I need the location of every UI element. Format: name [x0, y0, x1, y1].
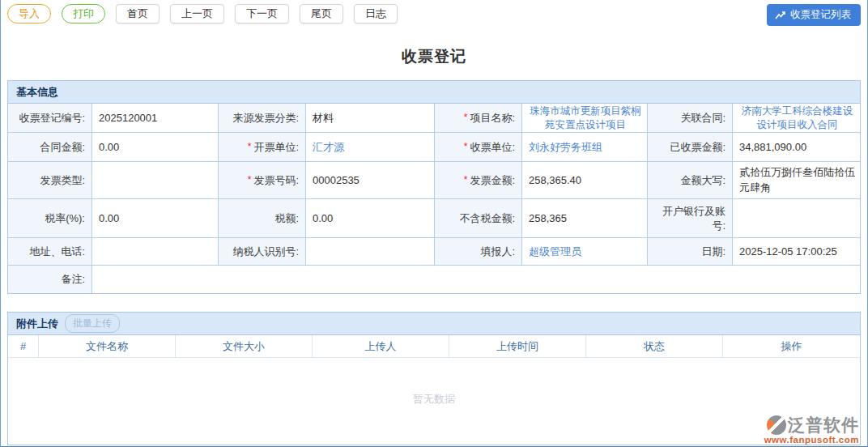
label-text: 税率(%):: [45, 211, 85, 226]
label-text: 不含税金额:: [459, 211, 515, 226]
print-button[interactable]: 打印: [62, 4, 105, 23]
field-label-contract-amount: 合同金额:: [8, 133, 92, 162]
vendor-brand-text: 泛普软件: [788, 416, 859, 434]
field-value-tax-rate[interactable]: 0.00: [92, 199, 219, 238]
import-button[interactable]: 导入: [7, 4, 51, 23]
label-text: 收票登记编号:: [19, 111, 85, 126]
field-value-related-contract[interactable]: 济南大学工科综合楼建设设计项目收入合同: [733, 104, 860, 133]
first-page-button[interactable]: 首页: [116, 4, 160, 23]
invoice-unit-link[interactable]: 汇才源: [313, 140, 344, 155]
field-label-amount-caps: 金额大写:: [648, 162, 733, 199]
attachments-header: 附件上传 批量上传: [8, 313, 860, 335]
vendor-logo-icon: [767, 415, 786, 435]
field-value-address-phone[interactable]: [92, 238, 219, 266]
field-label-receive-unit: *收票单位:: [435, 133, 522, 162]
field-label-filler: 填报人:: [435, 238, 522, 266]
trend-arrow-icon: [775, 11, 786, 20]
field-label-bank-account: 开户银行及账号:: [648, 199, 733, 238]
attachments-panel: 附件上传 批量上传 # 文件名称 文件大小 上传人 上传时间 状态 操作 暂无数…: [7, 312, 861, 445]
label-text: 发票金额:: [470, 173, 515, 188]
label-text: 发票类型:: [40, 173, 85, 188]
field-label-address-phone: 地址、电话:: [8, 238, 92, 266]
field-value-invoice-no[interactable]: 00002535: [306, 162, 435, 199]
basic-info-title: 基本信息: [16, 85, 58, 100]
required-mark: *: [464, 111, 468, 124]
field-label-invoice-type: 发票类型:: [8, 162, 92, 199]
field-value-amount-caps: 贰拾伍万捌仟叁佰陆拾伍元肆角: [733, 162, 860, 199]
tail-page-button[interactable]: 尾页: [300, 4, 343, 23]
field-label-receipt-no: 收票登记编号:: [8, 104, 92, 133]
vendor-url-text: www.fanpusoft.com: [764, 435, 859, 445]
empty-data-text: 暂无数据: [8, 392, 860, 407]
field-value-contract-amount[interactable]: 0.00: [92, 133, 219, 162]
col-actions: 操作: [723, 335, 860, 357]
label-text: 收票单位:: [470, 140, 515, 155]
label-text: 纳税人识别号:: [232, 245, 299, 259]
col-status: 状态: [586, 335, 723, 357]
required-mark: *: [248, 140, 252, 153]
field-value-bank-account[interactable]: [733, 199, 860, 238]
log-button[interactable]: 日志: [354, 4, 398, 23]
label-text: 关联合同:: [680, 111, 725, 126]
basic-info-panel: 基本信息 收票登记编号: 2025120001 来源发票分类: 材料 *项目名称…: [7, 80, 861, 294]
field-label-remark: 备注:: [8, 266, 92, 293]
attachments-table-body: 暂无数据: [8, 358, 860, 445]
field-label-invoice-amount: *发票金额:: [435, 162, 522, 199]
label-text: 填报人:: [480, 245, 515, 259]
field-value-receive-unit[interactable]: 刘永好劳务班组: [522, 133, 648, 162]
required-mark: *: [464, 140, 468, 153]
receive-unit-link[interactable]: 刘永好劳务班组: [529, 140, 602, 155]
field-label-source-type: 来源发票分类:: [219, 104, 306, 133]
receipt-list-button[interactable]: 收票登记列表: [767, 4, 861, 26]
field-value-invoice-type[interactable]: [92, 162, 219, 199]
label-text: 来源发票分类:: [232, 111, 299, 126]
field-value-filler[interactable]: 超级管理员: [522, 238, 648, 266]
col-uploader: 上传人: [313, 335, 449, 357]
required-mark: *: [464, 173, 468, 186]
label-text: 合同金额:: [40, 140, 85, 155]
field-value-project-name[interactable]: 珠海市城市更新项目紫桐苑安置点设计项目: [522, 104, 648, 133]
basic-info-header: 基本信息: [8, 81, 860, 104]
col-upload-time: 上传时间: [449, 335, 586, 357]
field-value-remark[interactable]: [92, 266, 860, 293]
field-value-receipt-no[interactable]: 2025120001: [92, 104, 219, 133]
batch-upload-button[interactable]: 批量上传: [65, 314, 120, 333]
field-label-related-contract: 关联合同:: [648, 104, 733, 133]
col-file-name: 文件名称: [39, 335, 176, 357]
field-label-invoice-no: *发票号码:: [219, 162, 306, 199]
col-file-size: 文件大小: [176, 335, 313, 357]
field-label-project-name: *项目名称:: [435, 104, 522, 133]
field-label-amount-excl-tax: 不含税金额:: [435, 199, 522, 238]
filler-link[interactable]: 超级管理员: [529, 245, 581, 259]
label-text: 地址、电话:: [29, 245, 85, 259]
field-value-invoice-amount[interactable]: 258,365.40: [522, 162, 648, 199]
label-text: 开户银行及账号:: [651, 204, 725, 232]
vendor-watermark: 泛普软件 www.fanpusoft.com: [764, 415, 859, 445]
next-page-button[interactable]: 下一页: [235, 4, 289, 23]
contract-link[interactable]: 济南大学工科综合楼建设设计项目收入合同: [739, 104, 855, 131]
label-text: 税额:: [274, 211, 299, 226]
attachments-title: 附件上传: [16, 317, 58, 331]
field-label-tax-rate: 税率(%):: [8, 199, 92, 238]
field-value-source-type[interactable]: 材料: [306, 104, 435, 133]
field-value-invoice-unit[interactable]: 汇才源: [306, 133, 435, 162]
required-mark: *: [248, 173, 252, 186]
prev-page-button[interactable]: 上一页: [170, 4, 224, 23]
receipt-list-button-label: 收票登记列表: [790, 8, 851, 22]
project-link[interactable]: 珠海市城市更新项目紫桐苑安置点设计项目: [529, 104, 642, 131]
field-value-amount-excl-tax[interactable]: 258,365: [522, 199, 648, 238]
label-text: 日期:: [701, 245, 725, 259]
page: 导入 打印 首页 上一页 下一页 尾页 日志 收票登记列表 收票登记 基本信息 …: [0, 0, 868, 447]
field-value-taxpayer-id[interactable]: [306, 238, 435, 266]
field-label-taxpayer-id: 纳税人识别号:: [219, 238, 306, 266]
field-value-tax-amount[interactable]: 0.00: [306, 199, 435, 238]
label-text: 金额大写:: [680, 173, 725, 188]
label-text: 开票单位:: [253, 140, 299, 155]
field-value-date[interactable]: 2025-12-05 17:00:25: [733, 238, 860, 266]
field-label-received-amount: 已收票金额:: [648, 133, 733, 162]
field-value-received-amount[interactable]: 34,881,090.00: [733, 133, 860, 162]
attachments-table-header: # 文件名称 文件大小 上传人 上传时间 状态 操作: [8, 335, 860, 358]
field-label-invoice-unit: *开票单位:: [219, 133, 306, 162]
label-text: 项目名称:: [470, 111, 515, 126]
field-label-tax-amount: 税额:: [219, 199, 306, 238]
